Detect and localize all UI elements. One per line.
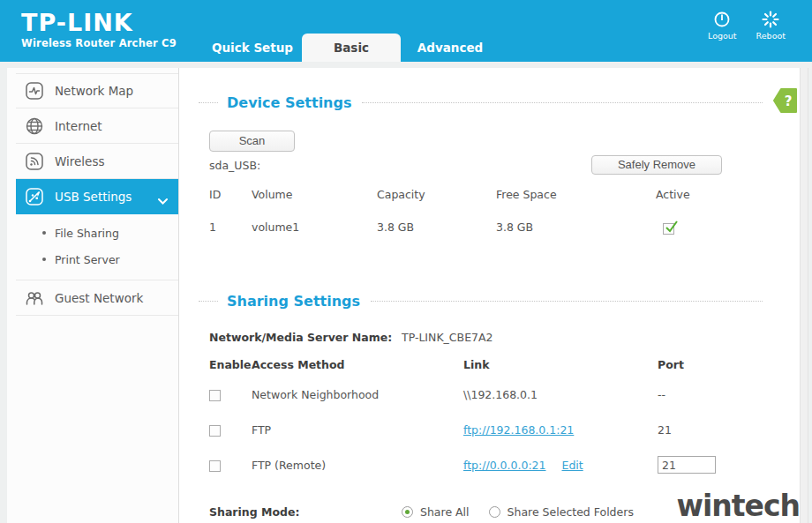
device-settings-section: Device Settings Scan sda_USB: Safely Rem… bbox=[199, 94, 763, 235]
radio-label: Share All bbox=[420, 505, 470, 519]
sidebar-item-guest-network[interactable]: Guest Network bbox=[16, 280, 178, 316]
col-enable: Enable bbox=[209, 358, 252, 371]
enable-checkbox[interactable] bbox=[209, 390, 221, 401]
subitem-label: File Sharing bbox=[55, 227, 119, 240]
tp-link-logo: TP-LINK Wireless Router Archer C9 bbox=[21, 11, 177, 49]
radio-selected-icon bbox=[402, 506, 413, 518]
logout-button[interactable]: Logout bbox=[708, 11, 737, 41]
col-access-method: Access Method bbox=[252, 358, 463, 371]
device-table-row: 1 volume1 3.8 GB 3.8 GB bbox=[209, 220, 763, 235]
scan-button[interactable]: Scan bbox=[209, 131, 295, 152]
radio-share-selected-folders[interactable]: Share Selected Folders bbox=[489, 505, 634, 519]
sidebar-item-label: Guest Network bbox=[55, 291, 143, 305]
header: TP-LINK Wireless Router Archer C9 Quick … bbox=[0, 0, 812, 62]
radio-unselected-icon bbox=[489, 506, 500, 518]
dotted-rule bbox=[199, 102, 218, 103]
sidebar-item-usb-settings[interactable]: USB Settings bbox=[16, 179, 178, 214]
col-active: Active bbox=[653, 188, 763, 201]
active-checkbox[interactable] bbox=[663, 223, 674, 235]
cell-access-method: FTP (Remote) bbox=[252, 459, 463, 472]
cell-access-method: FTP bbox=[252, 423, 463, 437]
wintech-watermark: wintech bbox=[676, 489, 800, 523]
edit-link[interactable]: Edit bbox=[561, 459, 583, 472]
tab-quick-setup[interactable]: Quick Setup bbox=[203, 34, 302, 62]
ftp-link[interactable]: ftp://192.168.0.1:21 bbox=[463, 423, 574, 437]
sharing-table-header: Enable Access Method Link Port bbox=[209, 358, 763, 371]
chevron-down-icon bbox=[158, 193, 168, 207]
enable-checkbox[interactable] bbox=[209, 460, 221, 472]
help-button[interactable]: ? bbox=[773, 88, 800, 116]
sidebar-item-internet[interactable]: Internet bbox=[16, 108, 178, 144]
dotted-rule bbox=[362, 102, 763, 103]
reboot-button[interactable]: Reboot bbox=[756, 11, 786, 41]
port-input[interactable] bbox=[658, 456, 716, 474]
device-name-label: sda_USB: bbox=[209, 159, 260, 172]
guests-icon bbox=[25, 288, 44, 308]
nav-tabs: Quick Setup Basic Advanced bbox=[203, 34, 500, 62]
ftp-remote-link[interactable]: ftp://0.0.0.0:21 bbox=[463, 459, 546, 472]
dotted-rule bbox=[199, 301, 218, 302]
sidebar-list: Network Map Internet Wireless bbox=[7, 68, 178, 316]
logo-subtitle: Wireless Router Archer C9 bbox=[21, 37, 177, 49]
power-icon bbox=[713, 11, 731, 28]
bullet-icon bbox=[42, 231, 46, 235]
cell-port: -- bbox=[658, 388, 763, 401]
sidebar-subitem-print-server[interactable]: Print Server bbox=[16, 246, 178, 273]
safely-remove-button[interactable]: Safely Remove bbox=[591, 155, 722, 175]
enable-checkbox[interactable] bbox=[209, 425, 221, 437]
sidebar-item-label: Internet bbox=[55, 119, 102, 133]
sharing-settings-header: Sharing Settings bbox=[199, 293, 763, 310]
logout-label: Logout bbox=[708, 31, 737, 41]
reboot-label: Reboot bbox=[756, 31, 786, 41]
col-id: ID bbox=[209, 188, 252, 201]
sharing-mode-label: Sharing Mode: bbox=[209, 505, 402, 519]
network-map-icon bbox=[25, 81, 44, 101]
radio-share-all[interactable]: Share All bbox=[402, 505, 470, 519]
sharing-settings-section: Sharing Settings Network/Media Server Na… bbox=[199, 293, 763, 519]
section-title: Device Settings bbox=[227, 94, 351, 111]
sidebar-item-label: Wireless bbox=[55, 154, 105, 168]
col-port: Port bbox=[658, 358, 763, 371]
device-table-header: ID Volume Capacity Free Space Active bbox=[209, 188, 763, 201]
device-row: sda_USB: Safely Remove bbox=[209, 154, 722, 176]
sidebar-item-network-map[interactable]: Network Map bbox=[16, 73, 178, 108]
col-capacity: Capacity bbox=[377, 188, 496, 201]
cell-link: \\192.168.0.1 bbox=[463, 388, 658, 401]
globe-icon bbox=[25, 116, 44, 136]
sharing-row-network-neighborhood: Network Neighborhood \\192.168.0.1 -- bbox=[209, 377, 763, 412]
question-mark-icon: ? bbox=[785, 93, 793, 109]
bullet-icon bbox=[42, 258, 46, 261]
tab-basic[interactable]: Basic bbox=[302, 34, 401, 62]
radio-label: Share Selected Folders bbox=[508, 505, 634, 519]
sidebar-subitem-file-sharing[interactable]: File Sharing bbox=[16, 220, 178, 246]
cell-volume: volume1 bbox=[252, 220, 377, 235]
device-settings-header: Device Settings bbox=[199, 94, 763, 111]
cell-capacity: 3.8 GB bbox=[377, 220, 496, 235]
usb-icon bbox=[25, 187, 44, 206]
cell-free-space: 3.8 GB bbox=[496, 220, 653, 235]
section-title: Sharing Settings bbox=[227, 293, 360, 310]
server-name-value: TP-LINK_CBE7A2 bbox=[402, 331, 493, 344]
server-name-label: Network/Media Server Name: bbox=[209, 331, 402, 344]
server-name-row: Network/Media Server Name: TP-LINK_CBE7A… bbox=[209, 331, 763, 344]
usb-settings-submenu: File Sharing Print Server bbox=[16, 214, 178, 280]
sidebar-item-wireless[interactable]: Wireless bbox=[16, 144, 178, 179]
col-volume: Volume bbox=[252, 188, 377, 201]
sidebar-item-label: USB Settings bbox=[55, 190, 132, 204]
dotted-rule bbox=[371, 301, 763, 302]
sidebar-item-label: Network Map bbox=[55, 84, 133, 98]
subitem-label: Print Server bbox=[55, 253, 120, 266]
cell-port: 21 bbox=[658, 423, 763, 437]
sharing-row-ftp-remote: FTP (Remote) ftp://0.0.0.0:21 Edit bbox=[209, 447, 763, 482]
logo-title: TP-LINK bbox=[21, 11, 177, 35]
sharing-row-ftp: FTP ftp://192.168.0.1:21 21 bbox=[209, 412, 763, 447]
spinner-icon bbox=[762, 11, 779, 28]
col-free-space: Free Space bbox=[496, 188, 653, 201]
router-admin-screen: TP-LINK Wireless Router Archer C9 Quick … bbox=[0, 0, 812, 523]
page-body: Network Map Internet Wireless bbox=[0, 62, 812, 523]
sidebar: Network Map Internet Wireless bbox=[7, 68, 179, 523]
wireless-icon bbox=[25, 152, 44, 171]
scrollbar[interactable] bbox=[800, 68, 808, 523]
tab-advanced[interactable]: Advanced bbox=[401, 34, 500, 62]
header-actions: Logout Reboot bbox=[708, 11, 786, 41]
